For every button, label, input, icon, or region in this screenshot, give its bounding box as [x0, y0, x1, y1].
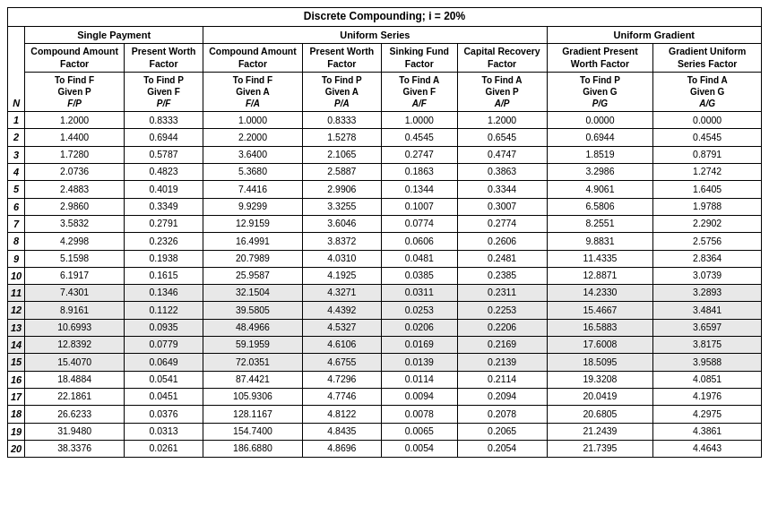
- n-value: 4: [8, 164, 25, 181]
- data-value: 0.8333: [124, 112, 203, 129]
- data-value: 0.0313: [124, 423, 203, 440]
- data-value: 2.2902: [653, 215, 762, 232]
- n-value: 7: [8, 215, 25, 232]
- table-row: 106.19170.161525.95874.19250.03850.23851…: [8, 267, 762, 284]
- data-value: 4.1976: [653, 388, 762, 405]
- data-value: 0.0649: [124, 354, 203, 371]
- data-value: 4.6755: [302, 354, 381, 371]
- data-value: 0.0376: [124, 406, 203, 423]
- table-row: 117.43010.134632.15044.32710.03110.23111…: [8, 285, 762, 302]
- data-value: 8.9161: [25, 302, 125, 319]
- table-row: 1618.48840.054187.44214.72960.01140.2114…: [8, 371, 762, 388]
- data-value: 0.8791: [653, 146, 762, 163]
- data-value: 186.6880: [203, 440, 303, 457]
- data-value: 25.9587: [203, 267, 303, 284]
- col4-factor: Present Worth Factor: [302, 43, 381, 72]
- data-value: 2.5756: [653, 233, 762, 250]
- data-value: 0.0935: [124, 319, 203, 336]
- data-value: 105.9306: [203, 388, 303, 405]
- data-value: 0.1344: [381, 181, 457, 198]
- data-value: 0.3007: [457, 198, 547, 215]
- data-value: 10.6993: [25, 319, 125, 336]
- col5-subheader: To Find A Given F A/F: [381, 73, 457, 112]
- table-row: 1310.69930.093548.49664.53270.02060.2206…: [8, 319, 762, 336]
- n-value: 2: [8, 129, 25, 146]
- table-row: 11.20000.83331.00000.83331.00001.20000.0…: [8, 112, 762, 129]
- data-value: 0.4823: [124, 164, 203, 181]
- data-value: 0.2253: [457, 302, 547, 319]
- data-value: 0.0054: [381, 440, 457, 457]
- data-value: 0.1938: [124, 250, 203, 267]
- data-value: 0.2139: [457, 354, 547, 371]
- n-value: 8: [8, 233, 25, 250]
- data-value: 0.3344: [457, 181, 547, 198]
- n-value: 10: [8, 267, 25, 284]
- n-header-spacer: N: [8, 26, 25, 112]
- data-value: 0.2481: [457, 250, 547, 267]
- data-value: 0.1863: [381, 164, 457, 181]
- data-value: 2.9906: [302, 181, 381, 198]
- data-value: 1.2000: [25, 112, 125, 129]
- data-value: 0.0078: [381, 406, 457, 423]
- data-value: 2.8364: [653, 250, 762, 267]
- data-value: 21.2439: [547, 423, 653, 440]
- data-value: 0.6944: [124, 129, 203, 146]
- data-value: 0.2065: [457, 423, 547, 440]
- data-value: 3.8372: [302, 233, 381, 250]
- table-row: 1722.18610.0451105.93064.77460.00940.209…: [8, 388, 762, 405]
- table-row: 42.07360.48235.36802.58870.18630.38633.2…: [8, 164, 762, 181]
- data-value: 0.0000: [547, 112, 653, 129]
- n-value: 17: [8, 388, 25, 405]
- data-value: 0.2326: [124, 233, 203, 250]
- col7-subheader: To Find P Given G P/G: [547, 73, 653, 112]
- data-value: 4.1925: [302, 267, 381, 284]
- data-value: 1.4400: [25, 129, 125, 146]
- data-value: 3.4841: [653, 302, 762, 319]
- data-value: 39.5805: [203, 302, 303, 319]
- data-value: 1.5278: [302, 129, 381, 146]
- data-value: 1.0000: [381, 112, 457, 129]
- n-value: 12: [8, 302, 25, 319]
- data-value: 0.3863: [457, 164, 547, 181]
- data-value: 4.7746: [302, 388, 381, 405]
- data-value: 5.1598: [25, 250, 125, 267]
- data-value: 4.3271: [302, 285, 381, 302]
- data-value: 17.6008: [547, 337, 653, 354]
- data-value: 0.1615: [124, 267, 203, 284]
- data-value: 20.6805: [547, 406, 653, 423]
- data-value: 2.5887: [302, 164, 381, 181]
- data-value: 9.8831: [547, 233, 653, 250]
- col6-subheader: To Find A Given P A/P: [457, 73, 547, 112]
- data-value: 4.0310: [302, 250, 381, 267]
- data-value: 0.6944: [547, 129, 653, 146]
- data-value: 0.1122: [124, 302, 203, 319]
- n-value: 14: [8, 337, 25, 354]
- data-value: 0.0779: [124, 337, 203, 354]
- data-value: 4.8696: [302, 440, 381, 457]
- data-value: 4.2975: [653, 406, 762, 423]
- data-value: 0.0385: [381, 267, 457, 284]
- data-value: 0.0065: [381, 423, 457, 440]
- data-value: 0.0114: [381, 371, 457, 388]
- compound-interest-table: Discrete Compounding; i = 20% N Single P…: [7, 7, 762, 458]
- data-value: 0.2311: [457, 285, 547, 302]
- data-value: 7.4416: [203, 181, 303, 198]
- col7-factor: Gradient Present Worth Factor: [547, 43, 653, 72]
- table-row: 84.29980.232616.49913.83720.06060.26069.…: [8, 233, 762, 250]
- data-value: 3.8175: [653, 337, 762, 354]
- data-value: 9.9299: [203, 198, 303, 215]
- data-value: 11.4335: [547, 250, 653, 267]
- n-value: 11: [8, 285, 25, 302]
- col4-subheader: To Find P Given A P/A: [302, 73, 381, 112]
- data-value: 4.0851: [653, 371, 762, 388]
- data-value: 38.3376: [25, 440, 125, 457]
- col8-factor: Gradient Uniform Series Factor: [653, 43, 762, 72]
- col1-factor: Compound Amount Factor: [25, 43, 125, 72]
- col8-subheader: To Find A Given G A/G: [653, 73, 762, 112]
- data-value: 0.0253: [381, 302, 457, 319]
- data-value: 4.8122: [302, 406, 381, 423]
- data-value: 0.2385: [457, 267, 547, 284]
- data-value: 1.0000: [203, 112, 303, 129]
- data-value: 15.4667: [547, 302, 653, 319]
- single-payment-header: Single Payment: [25, 26, 203, 43]
